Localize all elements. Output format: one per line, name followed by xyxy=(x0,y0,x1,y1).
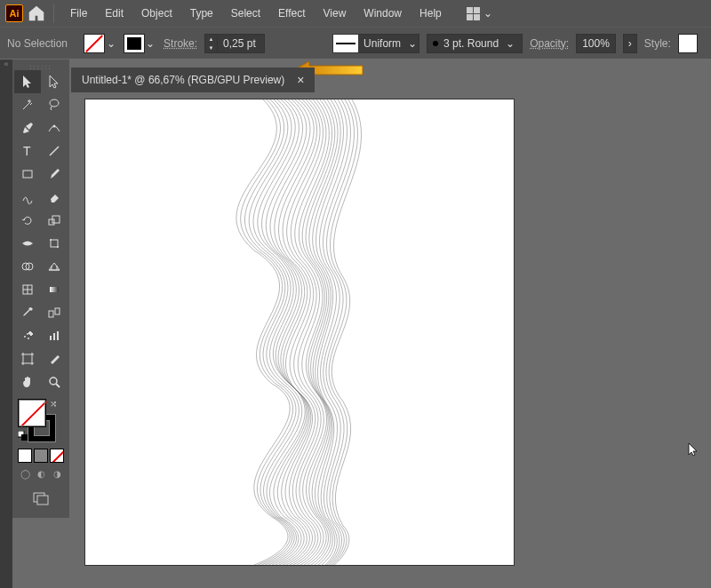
collapse-handle-icon[interactable]: « xyxy=(0,60,12,68)
workspace-switcher[interactable]: ⌄ xyxy=(461,4,498,24)
perspective-grid-tool[interactable] xyxy=(41,255,68,278)
symbol-sprayer-tool[interactable] xyxy=(14,324,41,347)
menu-effect[interactable]: Effect xyxy=(269,2,314,25)
opacity-field[interactable]: 100% xyxy=(576,34,616,53)
scale-tool[interactable] xyxy=(41,209,68,232)
canvas-area[interactable] xyxy=(71,92,711,588)
tools-panel: :::::: T xyxy=(12,60,69,518)
chevron-down-icon: ⌄ xyxy=(483,7,492,20)
selection-status: No Selection xyxy=(7,37,68,50)
line-tool[interactable] xyxy=(41,139,68,163)
menu-window[interactable]: Window xyxy=(355,2,411,25)
eraser-tool[interactable] xyxy=(41,186,68,209)
home-button[interactable] xyxy=(27,4,46,23)
fill-swatch[interactable] xyxy=(84,34,105,53)
pen-tool[interactable] xyxy=(14,116,41,139)
blend-tool[interactable] xyxy=(41,301,68,324)
document-tab-bar: Untitled-1* @ 66,67% (RGB/GPU Preview) × xyxy=(71,68,315,92)
menu-help[interactable]: Help xyxy=(411,2,451,25)
column-graph-tool[interactable] xyxy=(41,324,68,347)
zoom-tool[interactable] xyxy=(41,370,68,393)
draw-normal-button[interactable]: ◯ xyxy=(18,466,32,481)
app-logo: Ai xyxy=(5,4,23,22)
panel-dock-strip[interactable]: « xyxy=(0,60,12,588)
none-mode-button[interactable] xyxy=(50,449,64,463)
slice-tool[interactable] xyxy=(41,347,68,370)
shape-builder-tool[interactable] xyxy=(14,255,41,278)
menu-view[interactable]: View xyxy=(315,2,356,25)
shaper-tool[interactable] xyxy=(14,186,41,209)
separator xyxy=(53,4,54,23)
variable-width-profile[interactable]: Uniform ⌄ xyxy=(332,34,419,53)
eyedropper-tool[interactable] xyxy=(14,301,41,324)
draw-behind-button[interactable]: ◐ xyxy=(34,466,48,481)
menu-select[interactable]: Select xyxy=(222,2,269,25)
close-tab-button[interactable]: × xyxy=(297,73,304,87)
magic-wand-tool[interactable] xyxy=(14,93,41,116)
swap-colors-icon[interactable]: ⤭ xyxy=(50,399,57,409)
document-tab[interactable]: Untitled-1* @ 66,67% (RGB/GPU Preview) × xyxy=(71,68,315,92)
mesh-tool[interactable] xyxy=(14,278,41,301)
color-mode-button[interactable] xyxy=(18,449,32,463)
control-bar: No Selection ⌄ ⌄ Stroke: ▲▼ 0,25 pt Unif… xyxy=(0,27,711,59)
stroke-swatch[interactable] xyxy=(124,35,144,52)
rotate-tool[interactable] xyxy=(14,209,41,232)
svg-rect-14 xyxy=(50,287,59,292)
menu-type[interactable]: Type xyxy=(181,2,222,25)
opacity-value[interactable]: 100% xyxy=(582,37,610,50)
profile-name: Uniform xyxy=(358,37,406,50)
application-menu-bar: Ai File Edit Object Type Select Effect V… xyxy=(0,0,711,27)
fill-stroke-swatches[interactable]: ⤭ xyxy=(18,399,60,441)
svg-point-2 xyxy=(53,125,56,128)
opacity-expand[interactable]: › xyxy=(623,34,637,53)
stroke-weight-value[interactable]: 0,25 pt xyxy=(218,37,264,50)
brush-dropdown[interactable]: ⌄ xyxy=(504,34,516,53)
profile-dropdown[interactable]: ⌄ xyxy=(406,34,419,53)
menu-items: File Edit Object Type Select Effect View… xyxy=(61,2,451,25)
step-down-icon[interactable]: ▼ xyxy=(205,44,217,52)
brush-definition[interactable]: 3 pt. Round ⌄ xyxy=(427,34,523,53)
fill-color-swatch[interactable] xyxy=(18,399,46,427)
svg-rect-8 xyxy=(51,240,58,247)
selection-tool[interactable] xyxy=(14,70,41,93)
gradient-mode-button[interactable] xyxy=(34,449,48,463)
stroke-weight-steppers[interactable]: ▲▼ xyxy=(205,35,218,52)
svg-line-25 xyxy=(56,384,60,387)
stroke-dropdown[interactable]: ⌄ xyxy=(144,34,156,53)
paintbrush-tool[interactable] xyxy=(41,163,68,186)
svg-point-24 xyxy=(50,377,57,385)
svg-point-1 xyxy=(50,99,59,107)
rectangle-tool[interactable] xyxy=(14,163,41,186)
artboard-tool[interactable] xyxy=(14,347,41,370)
svg-rect-15 xyxy=(49,311,53,317)
step-up-icon[interactable]: ▲ xyxy=(205,35,217,44)
curvature-tool[interactable] xyxy=(41,116,68,139)
svg-rect-23 xyxy=(23,354,32,363)
screen-mode-button[interactable] xyxy=(28,488,54,509)
stroke-panel-link[interactable]: Stroke: xyxy=(164,37,197,50)
direct-selection-tool[interactable] xyxy=(41,70,68,93)
artboard[interactable] xyxy=(85,99,514,565)
svg-point-17 xyxy=(24,336,26,338)
profile-preview-icon xyxy=(333,35,358,52)
graphic-style-swatch[interactable] xyxy=(678,34,698,53)
stroke-weight-field[interactable]: ▲▼ 0,25 pt xyxy=(204,34,265,53)
menu-object[interactable]: Object xyxy=(132,2,181,25)
opacity-panel-link[interactable]: Opacity: xyxy=(530,37,569,50)
free-transform-tool[interactable] xyxy=(41,232,68,255)
default-colors-icon[interactable] xyxy=(18,431,28,441)
svg-rect-5 xyxy=(23,171,32,178)
home-icon xyxy=(27,4,46,23)
svg-rect-22 xyxy=(57,331,59,340)
width-tool[interactable] xyxy=(14,232,41,255)
fill-dropdown[interactable]: ⌄ xyxy=(105,34,117,53)
hand-tool[interactable] xyxy=(14,370,41,393)
type-tool[interactable]: T xyxy=(14,139,41,163)
lasso-tool[interactable] xyxy=(41,93,68,116)
svg-line-4 xyxy=(50,147,59,155)
menu-file[interactable]: File xyxy=(61,2,96,25)
gradient-tool[interactable] xyxy=(41,278,68,301)
menu-edit[interactable]: Edit xyxy=(96,2,132,25)
tools-grip-icon[interactable]: :::::: xyxy=(14,63,68,70)
draw-inside-button[interactable]: ◑ xyxy=(50,466,64,481)
